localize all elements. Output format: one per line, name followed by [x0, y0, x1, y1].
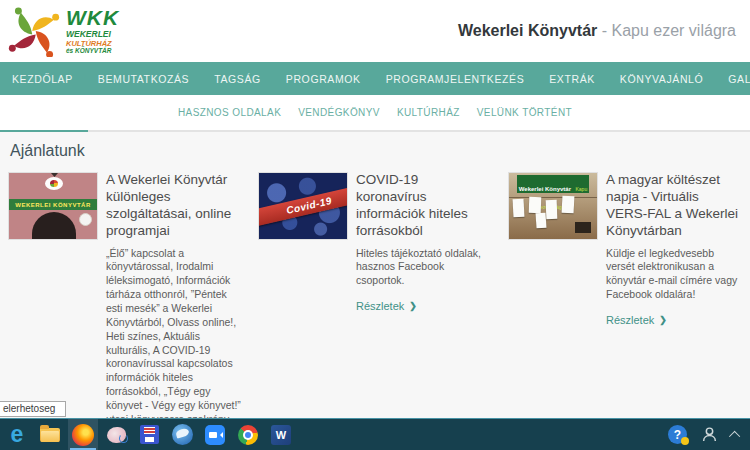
card-text: A Wekerlei Könyvtár különleges szolgálta… [106, 172, 242, 450]
subnav-item-vendegkonyv[interactable]: VENDÉGKÖNYV [298, 107, 380, 118]
card-description: Hiteles tájékoztató oldalak, hasznos Fac… [356, 247, 492, 289]
edge-icon[interactable]: e [2, 419, 32, 450]
page-title-tagline: - Kapu ezer világra [597, 22, 736, 39]
banner-line-1: Wekerlei Könyvtár [519, 186, 571, 192]
card-description: „Élő” kapcsolat a könyvtárossal, Irodalm… [106, 247, 242, 427]
taskbar-tray: ? [668, 425, 746, 444]
browser-status-bar: elerhetoseg [0, 401, 66, 417]
thunderbird-icon[interactable] [167, 419, 197, 450]
subnav-item-kulturhaz[interactable]: KULTÚRHÁZ [397, 107, 460, 118]
page-title: Wekerlei Könyvtár - Kapu ezer világra [458, 22, 736, 40]
details-link[interactable]: Részletek ❯ [606, 314, 667, 326]
card-description: Küldje el legkedvesebb versét elektronik… [606, 247, 742, 302]
offer-cards: WEKERLEI KÖNYVTÁR A Wekerlei Könyvtár kü… [8, 172, 742, 450]
nav-item-tagsag[interactable]: TAGSÁG [214, 73, 261, 85]
firefox-icon[interactable] [68, 419, 98, 450]
card-title-link[interactable]: A Wekerlei Könyvtár különleges szolgálta… [106, 172, 242, 240]
card-poetry-image[interactable]: Wekerlei Könyvtár Kapu ezer világra [508, 172, 598, 240]
poem-paper [535, 213, 546, 229]
dark-plaque [575, 222, 591, 233]
nav-item-programok[interactable]: PROGRAMOK [286, 73, 361, 85]
logo-line-3: és KÖNYVTÁR [66, 48, 119, 55]
main-navigation: KEZDŐLAP BEMUTATKOZÁS TAGSÁG PROGRAMOK P… [0, 62, 750, 95]
library-banner: Wekerlei Könyvtár Kapu ezer világra [517, 175, 589, 193]
crest-plaque [79, 213, 92, 226]
card-text: COVID-19 koronavírus információk hiteles… [356, 172, 492, 314]
nav-item-programjelentkezes[interactable]: PROGRAMJELENTKEZÉS [386, 73, 525, 85]
details-link[interactable]: Részletek ❯ [356, 300, 417, 312]
pink-app-icon[interactable] [101, 419, 131, 450]
logo-plaque [45, 177, 63, 190]
door-arch [32, 212, 76, 240]
chevron-right-icon: ❯ [659, 315, 667, 325]
show-hidden-icons-chevron[interactable] [729, 430, 740, 441]
poem-paper [562, 196, 575, 214]
card-title-link[interactable]: COVID-19 koronavírus információk hiteles… [356, 172, 492, 240]
floppy-app-icon[interactable] [134, 419, 164, 450]
subnav-item-velunk-tortent[interactable]: VELÜNK TÖRTÉNT [477, 107, 572, 118]
desktop-screen: WKK WEKERLEI KULTÚRHÁZ és KÖNYVTÁR Weker… [0, 0, 750, 450]
library-sign: WEKERLEI KÖNYVTÁR [9, 199, 97, 210]
card-poetry-day: Wekerlei Könyvtár Kapu ezer világra A ma… [508, 172, 742, 450]
help-icon[interactable]: ? [668, 425, 687, 444]
card-title-link[interactable]: A magyar költészet napja - Virtuális VER… [606, 172, 742, 240]
nav-item-konyvajanlo[interactable]: KÖNYVAJÁNLÓ [620, 73, 703, 85]
subnav-item-hasznos-oldalak[interactable]: HASZNOS OLDALAK [178, 107, 281, 118]
details-link-label: Részletek [356, 300, 404, 312]
site-logo[interactable]: WKK WEKERLEI KULTÚRHÁZ és KÖNYVTÁR [8, 5, 119, 57]
card-covid-info: Covid-19 COVID-19 koronavírus információ… [258, 172, 492, 450]
logo-wordmark: WKK WEKERLEI KULTÚRHÁZ és KÖNYVTÁR [66, 7, 119, 55]
site-header: WKK WEKERLEI KULTÚRHÁZ és KÖNYVTÁR Weker… [0, 0, 750, 62]
page-title-main: Wekerlei Könyvtár [458, 22, 597, 39]
poem-paper [546, 200, 558, 219]
taskbar: e W ? [0, 418, 750, 450]
chrome-icon[interactable] [233, 419, 263, 450]
details-link-label: Részletek [606, 314, 654, 326]
main-content: Ajánlatunk WEKERLEI KÖNYVTÁR A Wekerlei … [0, 132, 750, 418]
poem-paper [529, 197, 542, 213]
nav-item-bemutatkozas[interactable]: BEMUTATKOZÁS [98, 73, 189, 85]
word-icon[interactable]: W [266, 419, 296, 450]
section-title: Ajánlatunk [10, 142, 742, 160]
chevron-right-icon: ❯ [409, 301, 417, 311]
nav-item-kezdolap[interactable]: KEZDŐLAP [12, 73, 73, 85]
people-icon[interactable] [701, 426, 718, 443]
poem-paper [513, 199, 525, 218]
nav-item-galeria[interactable]: GALÉRIA [728, 73, 750, 85]
zoom-app-icon[interactable] [200, 419, 230, 450]
logo-acronym: WKK [66, 7, 119, 28]
wkk-pinwheel-icon [8, 5, 60, 57]
secondary-navigation: HASZNOS OLDALAK VENDÉGKÖNYV KULTÚRHÁZ VE… [0, 95, 750, 130]
card-covid-image[interactable]: Covid-19 [258, 172, 348, 240]
logo-line-1: WEKERLEI [66, 30, 119, 39]
file-explorer-icon[interactable] [35, 419, 65, 450]
nav-item-extrak[interactable]: EXTRÁK [549, 73, 595, 85]
card-library-image[interactable]: WEKERLEI KÖNYVTÁR [8, 172, 98, 240]
card-text: A magyar költészet napja - Virtuális VER… [606, 172, 742, 328]
